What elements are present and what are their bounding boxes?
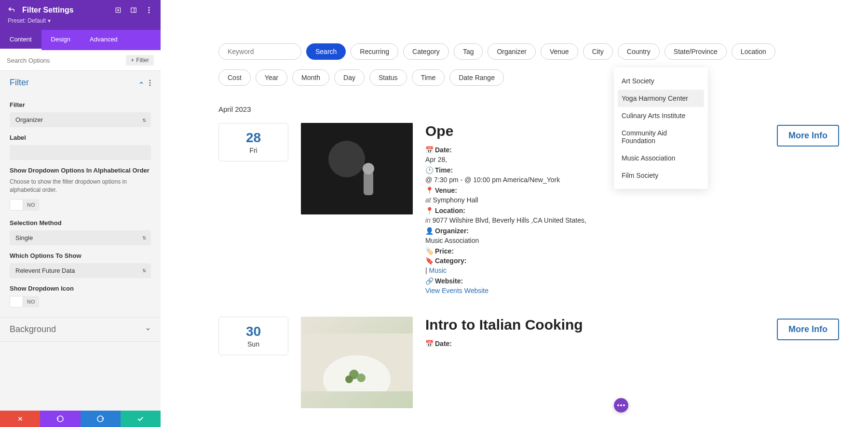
settings-tabs: Content Design Advanced xyxy=(0,30,161,50)
dropdown-item[interactable]: Film Society xyxy=(614,167,708,184)
which-select[interactable]: Relevent Future Data ⇅ xyxy=(10,263,151,278)
date-day: Fri xyxy=(219,147,288,154)
keyword-input[interactable] xyxy=(218,43,301,60)
chip-search[interactable]: Search xyxy=(306,43,346,60)
preset-selector[interactable]: Preset: Default ▾ xyxy=(8,17,153,24)
chip-day[interactable]: Day xyxy=(334,69,365,86)
location-value: in 9077 Wilshire Blvd, Beverly Hills ,CA… xyxy=(425,216,764,224)
expand-icon[interactable] xyxy=(114,6,122,14)
chip-category[interactable]: Category xyxy=(403,43,449,60)
organizer-dropdown: Art Society Yoga Harmony Center Culinary… xyxy=(614,67,708,189)
tab-design[interactable]: Design xyxy=(41,30,80,50)
link-icon: 🔗 xyxy=(425,277,432,285)
search-options-input[interactable] xyxy=(7,57,126,64)
venue-value: at Symphony Hall xyxy=(425,196,764,204)
user-icon: 👤 xyxy=(425,227,432,235)
chip-country[interactable]: Country xyxy=(618,43,660,60)
chevron-up-icon xyxy=(138,80,144,86)
filter-section-body: Filter Organizer ⇅ Label Show Dropdown O… xyxy=(0,94,161,317)
field-desc-alpha: Choose to show the filter dropdown optio… xyxy=(10,178,151,194)
svg-point-22 xyxy=(620,404,622,406)
svg-point-15 xyxy=(363,163,374,174)
svg-point-9 xyxy=(149,84,151,86)
date-badge: 30 Sun xyxy=(218,317,288,355)
event-image xyxy=(301,317,413,408)
bottom-action-bar xyxy=(0,411,161,427)
save-button[interactable] xyxy=(121,411,161,427)
svg-point-6 xyxy=(149,12,150,13)
search-options-row: + Filter xyxy=(0,50,161,71)
tab-content[interactable]: Content xyxy=(0,30,41,50)
icon-toggle[interactable]: NO xyxy=(10,296,39,307)
date-number: 28 xyxy=(219,130,288,146)
website-link[interactable]: View Events Website xyxy=(425,287,764,294)
pin-icon: 📍 xyxy=(425,187,432,194)
chip-status[interactable]: Status xyxy=(369,69,407,86)
dropdown-item[interactable]: Community Aid Foundation xyxy=(614,124,708,149)
chip-month[interactable]: Month xyxy=(292,69,329,86)
bookmark-icon: 🔖 xyxy=(425,257,432,265)
more-icon[interactable] xyxy=(145,6,153,14)
chip-location[interactable]: Location xyxy=(732,43,775,60)
filter-section-header[interactable]: Filter xyxy=(0,71,161,94)
label-input[interactable] xyxy=(10,145,151,160)
field-label-icon: Show Dropdown Icon xyxy=(10,285,151,292)
alpha-toggle[interactable]: NO xyxy=(10,199,39,211)
svg-point-13 xyxy=(328,141,365,177)
calendar-icon: 📅 xyxy=(425,340,432,347)
svg-point-1 xyxy=(118,10,119,11)
field-label-filter: Filter xyxy=(10,101,151,108)
dropdown-item[interactable]: Art Society xyxy=(614,72,708,90)
event-row: 30 Sun Intro to Italian Cooking 📅Date: M… xyxy=(218,317,839,408)
chip-venue[interactable]: Venue xyxy=(541,43,578,60)
date-value: Apr 28, xyxy=(425,156,764,163)
dropdown-item[interactable]: Music Association xyxy=(614,149,708,167)
selection-select[interactable]: Single ⇅ xyxy=(10,230,151,245)
calendar-icon: 📅 xyxy=(425,146,432,154)
settings-sidebar: Filter Settings Preset: Default ▾ Conten… xyxy=(0,0,161,427)
date-day: Sun xyxy=(219,340,288,348)
event-row: 28 Fri Ope 📅Date: Apr 28, 🕐Time: @ 7:30 … xyxy=(218,123,839,297)
discard-button[interactable] xyxy=(0,411,40,427)
add-filter-button[interactable]: + Filter xyxy=(126,55,154,66)
section-more-icon[interactable] xyxy=(149,80,151,86)
dropdown-item[interactable]: Yoga Harmony Center xyxy=(618,90,704,107)
chip-time[interactable]: Time xyxy=(412,69,445,86)
filter-select[interactable]: Organizer ⇅ xyxy=(10,112,151,127)
sidebar-toggle-icon[interactable] xyxy=(130,6,137,14)
field-label-which: Which Options To Show xyxy=(10,252,151,259)
more-info-button[interactable]: More Info xyxy=(777,125,839,147)
organizer-value: Music Association xyxy=(425,237,764,244)
chip-city[interactable]: City xyxy=(583,43,613,60)
undo-button[interactable] xyxy=(40,411,80,427)
redo-button[interactable] xyxy=(81,411,121,427)
svg-point-23 xyxy=(623,404,625,406)
svg-point-7 xyxy=(149,80,151,81)
background-section-header[interactable]: Background xyxy=(0,318,161,341)
chip-daterange[interactable]: Date Range xyxy=(449,69,504,86)
chip-organizer[interactable]: Organizer xyxy=(488,43,535,60)
event-image xyxy=(301,123,413,214)
svg-rect-14 xyxy=(364,171,373,195)
field-label-selection: Selection Method xyxy=(10,219,151,227)
panel-title: Filter Settings xyxy=(22,6,108,14)
svg-point-21 xyxy=(617,404,619,406)
chip-state[interactable]: State/Province xyxy=(665,43,727,60)
plus-icon: + xyxy=(131,57,134,64)
back-icon[interactable] xyxy=(8,6,15,14)
tab-advanced[interactable]: Advanced xyxy=(80,30,127,50)
pin-icon: 📍 xyxy=(425,207,432,214)
more-info-button[interactable]: More Info xyxy=(777,319,839,340)
svg-point-4 xyxy=(149,7,150,9)
svg-point-20 xyxy=(345,375,353,383)
chip-recurring[interactable]: Recurring xyxy=(351,43,398,60)
chip-year[interactable]: Year xyxy=(256,69,287,86)
dropdown-item[interactable]: Culinary Arts Institute xyxy=(614,107,708,124)
sidebar-header: Filter Settings Preset: Default ▾ xyxy=(0,0,161,30)
event-title: Ope xyxy=(425,123,764,139)
fab-more-icon[interactable] xyxy=(614,398,628,413)
chip-cost[interactable]: Cost xyxy=(218,69,251,86)
svg-point-5 xyxy=(149,10,150,11)
chip-tag[interactable]: Tag xyxy=(454,43,483,60)
category-value: | Music xyxy=(425,267,764,274)
